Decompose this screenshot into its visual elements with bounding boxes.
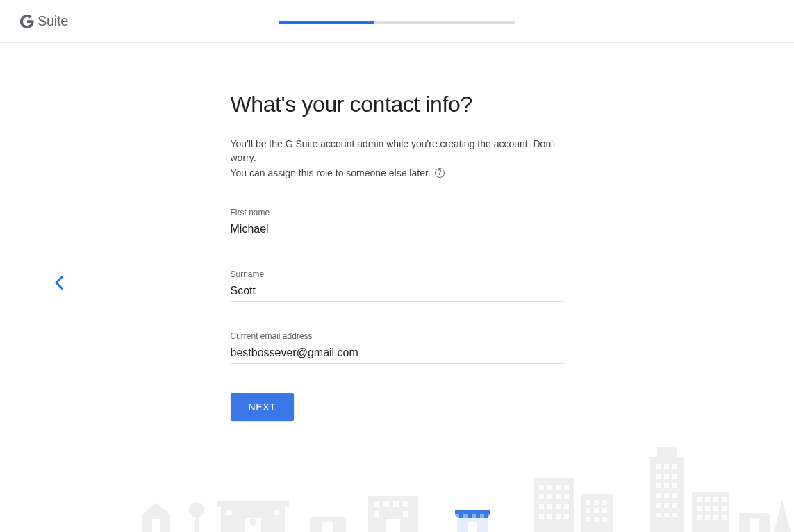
- svg-marker-0: [142, 503, 170, 532]
- svg-rect-28: [564, 494, 569, 499]
- svg-rect-78: [713, 515, 718, 520]
- help-icon[interactable]: ?: [435, 168, 445, 178]
- surname-input[interactable]: [231, 283, 564, 302]
- email-field: Current email address: [231, 331, 564, 364]
- email-input[interactable]: [231, 345, 564, 364]
- svg-rect-65: [664, 513, 669, 517]
- svg-rect-49: [656, 464, 661, 469]
- city-illustration: [0, 428, 794, 532]
- svg-rect-62: [664, 503, 669, 508]
- svg-rect-56: [664, 483, 669, 488]
- svg-rect-12: [368, 496, 418, 532]
- svg-rect-11: [322, 522, 333, 532]
- svg-rect-3: [195, 515, 199, 532]
- svg-rect-17: [403, 501, 408, 507]
- main-content: What's your contact info? You'll be the …: [231, 92, 564, 421]
- svg-rect-54: [672, 474, 677, 479]
- svg-rect-46: [602, 517, 607, 522]
- svg-point-7: [249, 519, 256, 526]
- svg-rect-40: [602, 500, 607, 505]
- header: Suite: [0, 0, 794, 43]
- svg-rect-70: [713, 497, 718, 502]
- svg-rect-27: [556, 494, 561, 499]
- svg-rect-13: [386, 519, 400, 532]
- subtitle-line2-row: You can assign this role to someone else…: [231, 166, 564, 180]
- svg-rect-19: [403, 511, 408, 517]
- svg-rect-84: [468, 522, 477, 532]
- surname-field: Surname: [231, 269, 564, 302]
- page-title: What's your contact info?: [231, 92, 564, 117]
- svg-rect-6: [245, 518, 261, 532]
- svg-rect-74: [713, 506, 718, 511]
- svg-rect-29: [539, 504, 544, 509]
- progress-fill: [279, 21, 374, 24]
- subtitle-line1: You'll be the G Suite account admin whil…: [231, 137, 564, 165]
- svg-rect-16: [393, 501, 399, 507]
- google-g-icon: [19, 14, 35, 29]
- svg-rect-57: [672, 483, 677, 488]
- svg-rect-24: [564, 485, 569, 490]
- svg-rect-66: [672, 513, 677, 517]
- svg-rect-69: [705, 497, 710, 502]
- back-button[interactable]: [54, 275, 64, 293]
- svg-rect-77: [705, 515, 710, 520]
- svg-rect-51: [672, 464, 677, 469]
- svg-rect-63: [672, 503, 677, 508]
- svg-rect-73: [705, 506, 710, 511]
- svg-rect-59: [664, 493, 669, 498]
- svg-rect-23: [556, 485, 561, 490]
- svg-rect-4: [221, 506, 285, 532]
- svg-rect-45: [594, 517, 599, 522]
- svg-point-2: [189, 502, 204, 517]
- svg-rect-32: [564, 504, 569, 509]
- svg-rect-18: [374, 511, 379, 517]
- svg-rect-25: [539, 494, 544, 499]
- svg-rect-37: [581, 494, 613, 532]
- logo-text: Suite: [38, 13, 68, 29]
- svg-rect-22: [547, 485, 552, 490]
- first-name-label: First name: [231, 208, 564, 217]
- svg-rect-10: [310, 517, 346, 532]
- svg-rect-30: [547, 504, 552, 509]
- first-name-input[interactable]: [231, 222, 564, 240]
- first-name-field: First name: [231, 208, 564, 240]
- svg-rect-68: [697, 497, 702, 502]
- svg-marker-82: [774, 500, 791, 532]
- svg-rect-35: [556, 514, 561, 519]
- svg-rect-75: [722, 506, 727, 511]
- svg-rect-41: [586, 508, 590, 513]
- svg-rect-8: [226, 510, 232, 515]
- svg-rect-15: [383, 501, 389, 507]
- svg-rect-44: [586, 517, 590, 522]
- svg-rect-31: [556, 504, 561, 509]
- svg-rect-48: [657, 447, 677, 457]
- svg-rect-87: [468, 510, 472, 518]
- email-label: Current email address: [231, 331, 564, 341]
- highlighted-shop-icon: [455, 510, 490, 532]
- svg-rect-42: [594, 508, 599, 513]
- svg-rect-60: [672, 493, 677, 498]
- svg-rect-67: [692, 492, 729, 532]
- svg-rect-52: [656, 474, 661, 479]
- svg-rect-14: [374, 501, 379, 507]
- svg-rect-1: [152, 519, 160, 532]
- svg-rect-86: [459, 510, 463, 518]
- svg-rect-43: [602, 508, 607, 513]
- svg-rect-80: [739, 513, 770, 532]
- svg-rect-61: [656, 503, 661, 508]
- svg-rect-88: [476, 510, 480, 518]
- next-button[interactable]: Next: [231, 393, 295, 421]
- svg-rect-36: [564, 514, 569, 519]
- svg-rect-38: [586, 500, 590, 505]
- svg-rect-72: [697, 506, 702, 511]
- svg-rect-20: [534, 478, 574, 532]
- gsuite-logo: Suite: [19, 13, 68, 29]
- svg-rect-34: [547, 514, 552, 519]
- svg-rect-89: [484, 510, 488, 518]
- svg-rect-21: [539, 485, 544, 490]
- svg-rect-39: [594, 500, 599, 505]
- svg-rect-76: [697, 515, 702, 520]
- svg-rect-58: [656, 493, 661, 498]
- svg-rect-9: [274, 510, 279, 515]
- svg-rect-64: [656, 513, 661, 517]
